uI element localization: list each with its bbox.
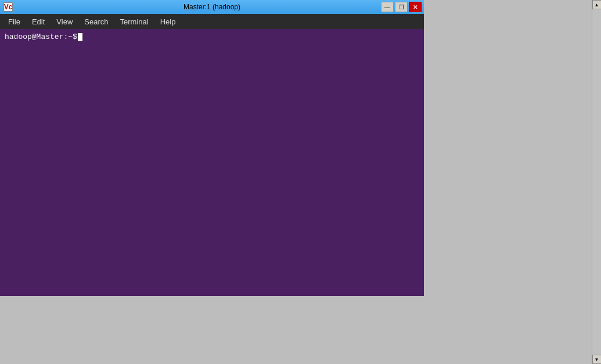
restore-button[interactable]: ❐ xyxy=(395,2,408,12)
title-bar: Vc Master:1 (hadoop) — ❐ ✕ xyxy=(0,0,424,14)
terminal-area[interactable]: hadoop@Master:~$ xyxy=(0,29,424,296)
terminal-cursor xyxy=(78,33,82,41)
menu-edit[interactable]: Edit xyxy=(26,16,51,27)
scroll-down-button[interactable]: ▼ xyxy=(592,355,602,364)
window-controls: — ❐ ✕ xyxy=(381,2,422,12)
window-title: Master:1 (hadoop) xyxy=(183,3,240,11)
terminal-prompt-line: hadoop@Master:~$ xyxy=(5,33,419,41)
app-icon: Vc xyxy=(3,2,13,12)
menu-help[interactable]: Help xyxy=(154,16,182,27)
close-button[interactable]: ✕ xyxy=(409,2,422,12)
menu-search[interactable]: Search xyxy=(78,16,114,27)
menu-view[interactable]: View xyxy=(51,16,78,27)
window-scrollbar[interactable]: ▲ ▼ xyxy=(592,0,601,364)
menu-file[interactable]: File xyxy=(2,16,26,27)
minimize-button[interactable]: — xyxy=(381,2,394,12)
menu-bar: File Edit View Search Terminal Help xyxy=(0,14,424,29)
title-bar-left: Vc xyxy=(3,2,13,12)
menu-terminal[interactable]: Terminal xyxy=(114,16,154,27)
terminal-window: Vc Master:1 (hadoop) — ❐ ✕ File Edit Vie… xyxy=(0,0,424,296)
terminal-prompt-text: hadoop@Master:~$ xyxy=(5,33,77,41)
scroll-up-button[interactable]: ▲ xyxy=(592,0,602,9)
scroll-track[interactable] xyxy=(592,9,601,355)
